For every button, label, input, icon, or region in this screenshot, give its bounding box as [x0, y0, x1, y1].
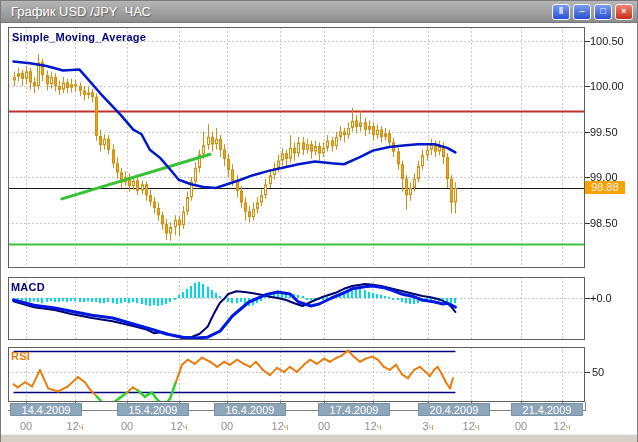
date-label: 20.4.2009 [418, 403, 490, 416]
time-tick-label: 12ч [554, 420, 571, 432]
date-label: 15.4.2009 [117, 403, 189, 416]
window-minimize-button[interactable]: – [573, 4, 591, 20]
price-tick-label: 100.50 [590, 35, 624, 47]
chart-client-area: Simple_Moving_Average MACD RSI 100.50100… [1, 23, 637, 442]
time-tick-label: 12ч [67, 420, 84, 432]
window-pause-button[interactable]: ‖ [552, 4, 570, 20]
window-close-button[interactable]: × [615, 4, 633, 20]
macd-zero-label: +0.0 [590, 292, 612, 304]
chart-canvas[interactable] [1, 23, 637, 442]
window-buttons: ‖–□× [549, 4, 633, 20]
macd-indicator-label: MACD [11, 281, 45, 293]
time-tick-label: 12ч [171, 420, 188, 432]
date-label: 17.4.2009 [318, 403, 390, 416]
current-price-badge: 98.88 [585, 181, 625, 194]
date-label: 14.4.2009 [10, 403, 82, 416]
time-tick-label: 00 [121, 420, 133, 432]
price-tick-label: 100.00 [590, 80, 624, 92]
rsi-mid-label: 50 [592, 366, 604, 378]
time-tick-label: 00 [318, 420, 330, 432]
sma-indicator-label: Simple_Moving_Average [12, 31, 146, 43]
time-tick-label: 12ч [463, 420, 480, 432]
price-tick-label: 99.50 [590, 126, 618, 138]
time-tick-label: 3ч [423, 420, 434, 432]
time-tick-label: 12ч [272, 420, 289, 432]
time-tick-label: 12ч [365, 420, 382, 432]
window-titlebar[interactable]: График USD /JPY ЧАС ‖–□× [1, 1, 637, 23]
window-maximize-button[interactable]: □ [594, 4, 612, 20]
time-tick-label: 00 [20, 420, 32, 432]
date-label: 21.4.2009 [511, 403, 583, 416]
chart-window: График USD /JPY ЧАС ‖–□× Simple_Moving_A… [0, 0, 638, 442]
time-tick-label: 00 [515, 420, 527, 432]
window-title: График USD /JPY ЧАС [11, 4, 549, 19]
date-label: 16.4.2009 [214, 403, 286, 416]
time-tick-label: 00 [221, 420, 233, 432]
window-bottom-edge [1, 434, 637, 442]
price-tick-label: 98.50 [590, 217, 618, 229]
rsi-indicator-label: RSI [11, 350, 30, 362]
